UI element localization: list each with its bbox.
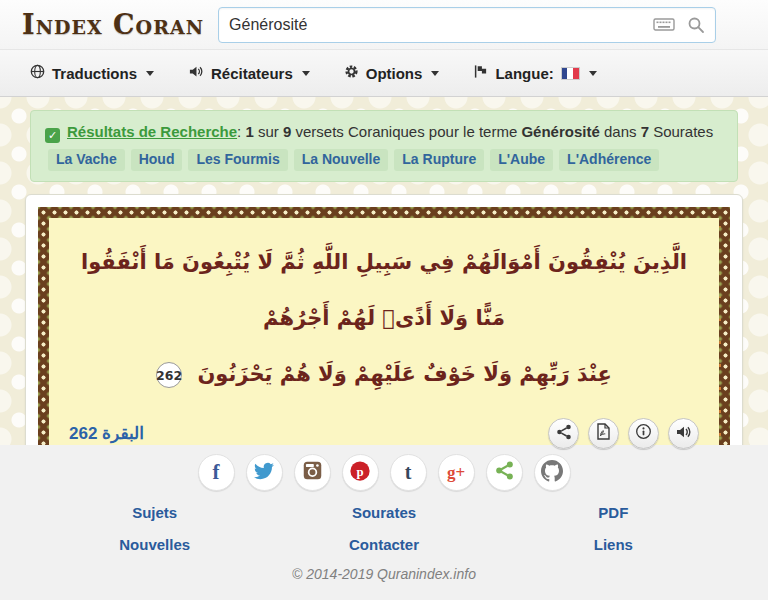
nav-traductions-label: Traductions — [52, 65, 137, 82]
check-icon: ✓ — [45, 128, 60, 143]
verse-card: الَّذِينَ يُنْفِقُونَ أَمْوَالَهُمْ فِي … — [25, 194, 743, 487]
share-icon — [495, 461, 514, 484]
arabic-verse-line2: عِنْدَ رَبِّهِمْ وَلَا خَوْفٌ عَلَيْهِمْ… — [67, 346, 701, 402]
chevron-down-icon — [146, 71, 154, 76]
svg-text:p: p — [356, 465, 363, 479]
googleplus-button[interactable]: g+ — [438, 454, 475, 491]
flag-icon — [473, 64, 488, 82]
surah-tag[interactable]: La Rupture — [394, 149, 484, 171]
footer-link-sourates[interactable]: Sourates — [269, 504, 498, 521]
surah-tag[interactable]: L'Adhérence — [559, 149, 659, 171]
globe-icon — [30, 64, 45, 82]
audio-button[interactable] — [668, 418, 699, 449]
share-icon — [556, 424, 572, 444]
footer-links: Sujets Sourates PDF Nouvelles Contacter … — [40, 504, 728, 553]
surah-tag[interactable]: Les Fourmis — [188, 149, 287, 171]
french-flag-icon — [561, 67, 580, 80]
info-button[interactable] — [628, 418, 659, 449]
arabic-verse-line1: الَّذِينَ يُنْفِقُونَ أَمْوَالَهُمْ فِي … — [67, 234, 701, 346]
googleplus-icon: g+ — [447, 463, 465, 483]
info-icon — [635, 423, 652, 444]
facebook-icon: f — [213, 460, 220, 485]
instagram-button[interactable] — [294, 454, 331, 491]
copyright-text: © 2014-2019 Quranindex.info — [0, 566, 768, 582]
footer: f p t g+ — [0, 445, 768, 600]
main-content: ✓Résultats de Recherche: 1 sur 9 versets… — [0, 97, 768, 445]
pdf-button[interactable] — [588, 418, 619, 449]
github-button[interactable] — [534, 454, 571, 491]
surah-tag[interactable]: Houd — [131, 149, 183, 171]
arabic-verse-text: عِنْدَ رَبِّهِمْ وَلَا خَوْفٌ عَلَيْهِمْ… — [197, 362, 612, 386]
github-icon — [541, 460, 563, 486]
share-button[interactable] — [548, 418, 579, 449]
chevron-down-icon — [431, 71, 439, 76]
pdf-icon — [596, 423, 611, 444]
nav-recitateurs[interactable]: Récitateurs — [188, 64, 310, 82]
twitter-icon — [254, 461, 274, 485]
verse-number-badge: 262 — [156, 362, 182, 388]
site-logo[interactable]: Index Coran — [22, 9, 204, 40]
surah-tag[interactable]: La Vache — [48, 149, 125, 171]
speaker-icon — [188, 64, 204, 82]
surah-tag[interactable]: L'Aube — [490, 149, 553, 171]
nav-options-label: Options — [366, 65, 423, 82]
nav-traductions[interactable]: Traductions — [30, 64, 154, 82]
results-text: sur — [254, 123, 283, 140]
pinterest-icon: p — [349, 460, 371, 486]
verse-actions — [548, 418, 699, 449]
pinterest-button[interactable]: p — [342, 454, 379, 491]
audio-icon — [675, 424, 692, 444]
facebook-button[interactable]: f — [198, 454, 235, 491]
tumblr-button[interactable]: t — [390, 454, 427, 491]
keyboard-icon[interactable] — [653, 17, 675, 32]
chevron-down-icon — [302, 71, 310, 76]
results-count: 1 — [245, 123, 253, 140]
nav-langue[interactable]: Langue: — [473, 64, 596, 82]
search-input[interactable] — [229, 16, 641, 34]
results-text: dans — [600, 123, 641, 140]
nav-langue-label: Langue: — [495, 65, 553, 82]
results-surah-count: 7 — [641, 123, 649, 140]
footer-link-liens[interactable]: Liens — [499, 536, 728, 553]
results-term: Générosité — [521, 123, 599, 140]
footer-link-contacter[interactable]: Contacter — [269, 536, 498, 553]
social-bar: f p t g+ — [0, 454, 768, 491]
surah-reference-link[interactable]: البقرة 262 — [69, 423, 144, 444]
share-button-footer[interactable] — [486, 454, 523, 491]
nav-recitateurs-label: Récitateurs — [211, 65, 293, 82]
nav-options[interactable]: Options — [344, 64, 440, 82]
main-nav: Traductions Récitateurs Options Langue: — [0, 50, 768, 97]
footer-link-pdf[interactable]: PDF — [499, 504, 728, 521]
ornamental-border: الَّذِينَ يُنْفِقُونَ أَمْوَالَهُمْ فِي … — [38, 207, 730, 474]
instagram-icon — [302, 460, 323, 485]
results-title-link[interactable]: Résultats de Recherche — [67, 123, 237, 140]
chevron-down-icon — [589, 71, 597, 76]
surah-tag[interactable]: La Nouvelle — [294, 149, 389, 171]
verse-panel: الَّذِينَ يُنْفِقُونَ أَمْوَالَهُمْ فِي … — [49, 218, 719, 463]
gear-icon — [344, 64, 359, 82]
footer-link-nouvelles[interactable]: Nouvelles — [40, 536, 269, 553]
results-text: Sourates — [649, 123, 713, 140]
header: Index Coran — [0, 0, 768, 50]
results-text: versets Coraniques pour le terme — [291, 123, 521, 140]
twitter-button[interactable] — [246, 454, 283, 491]
search-icon[interactable] — [687, 16, 705, 34]
search-box — [218, 7, 716, 43]
search-results-alert: ✓Résultats de Recherche: 1 sur 9 versets… — [30, 110, 738, 182]
tumblr-icon: t — [405, 461, 412, 484]
footer-link-sujets[interactable]: Sujets — [40, 504, 269, 521]
